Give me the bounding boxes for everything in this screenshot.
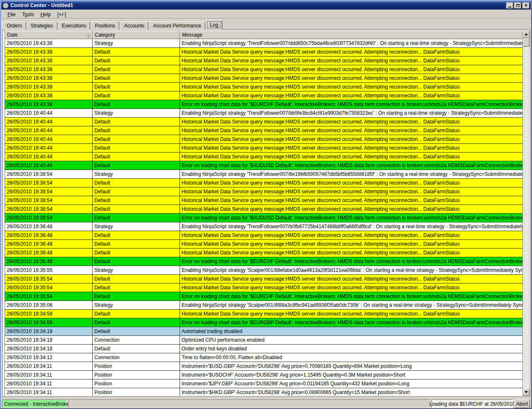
- table-row[interactable]: 26/05/2010 19:34:11PositionInstrument='$…: [5, 379, 522, 388]
- table-row[interactable]: 26/05/2010 19:40:44StrategyEnabling Ninj…: [5, 109, 522, 118]
- cell-date: 26/05/2010 19:36:48: [5, 231, 93, 239]
- cell-date: 26/05/2010 19:43:38: [5, 48, 93, 56]
- cell-message: Enabling NinjaScript strategy 'TrendFoll…: [180, 222, 522, 231]
- close-button[interactable]: ×: [522, 2, 530, 9]
- table-row[interactable]: 26/05/2010 19:34:18DefaultAutomated trad…: [5, 327, 522, 336]
- table-row[interactable]: 26/05/2010 19:40:44DefaultHistorical Mar…: [5, 153, 522, 161]
- table-row[interactable]: 26/05/2010 19:38:54DefaultError on loadi…: [5, 214, 522, 222]
- cell-category: Default: [93, 100, 180, 108]
- cell-category: Strategy: [93, 266, 180, 274]
- table-row[interactable]: 26/05/2010 19:35:06StrategyEnabling Ninj…: [5, 301, 522, 310]
- restore-icon: [516, 4, 520, 7]
- menu-bar: FileToolsHelp[+/-]: [2, 10, 530, 19]
- table-row[interactable]: 26/05/2010 19:34:11PositionInstrument='$…: [5, 371, 522, 379]
- column-header-date-label: Date: [7, 32, 17, 38]
- table-row[interactable]: 26/05/2010 19:43:38DefaultError on loadi…: [5, 100, 522, 109]
- table-row[interactable]: 26/05/2010 19:40:44DefaultHistorical Mar…: [5, 144, 522, 153]
- table-row[interactable]: 26/05/2010 19:34:11PositionInstrument='$…: [5, 388, 522, 396]
- tab-positions[interactable]: Positions: [91, 22, 119, 30]
- table-row[interactable]: 26/05/2010 19:40:44DefaultError on loadi…: [5, 161, 522, 170]
- table-row[interactable]: 26/05/2010 19:40:44DefaultHistorical Mar…: [5, 135, 522, 144]
- table-row[interactable]: 26/05/2010 19:40:44DefaultHistorical Mar…: [5, 126, 522, 135]
- cell-category: Strategy: [93, 109, 180, 117]
- column-header-message[interactable]: Message: [180, 31, 522, 39]
- table-row[interactable]: 26/05/2010 19:35:54DefaultHistorical Mar…: [5, 283, 522, 292]
- status-bar: Connected - InteractiveBrokers Loading d…: [2, 399, 530, 409]
- cell-date: 26/05/2010 19:43:38: [5, 83, 93, 91]
- table-row[interactable]: 26/05/2010 19:43:38DefaultHistorical Mar…: [5, 65, 522, 74]
- tab-accounts[interactable]: Accounts: [120, 22, 148, 30]
- cell-message: Historical Market Data Service query mes…: [180, 83, 522, 91]
- table-row[interactable]: 26/05/2010 19:43:38DefaultHistorical Mar…: [5, 91, 522, 100]
- cell-category: Default: [93, 205, 180, 213]
- table-row[interactable]: 26/05/2010 19:36:48DefaultHistorical Mar…: [5, 249, 522, 257]
- table-row[interactable]: 26/05/2010 19:43:38DefaultHistorical Mar…: [5, 74, 522, 83]
- window-title: Control Center - Untitled1: [10, 2, 505, 8]
- table-row[interactable]: 26/05/2010 19:35:55StrategyEnabling Ninj…: [5, 266, 522, 275]
- column-header-category[interactable]: Category: [93, 31, 180, 39]
- table-row[interactable]: 26/05/2010 19:38:54DefaultHistorical Mar…: [5, 187, 522, 196]
- table-row[interactable]: 26/05/2010 19:40:44DefaultHistorical Mar…: [5, 118, 522, 126]
- cell-date: 26/05/2010 19:43:38: [5, 57, 93, 65]
- cell-date: 26/05/2010 19:38:54: [5, 170, 93, 178]
- tab-strategies[interactable]: Strategies: [27, 22, 57, 30]
- table-row[interactable]: 26/05/2010 19:38:54DefaultHistorical Mar…: [5, 205, 522, 214]
- cell-message: Enabling NinjaScript strategy 'Scalper00…: [180, 266, 522, 274]
- title-bar[interactable]: Control Center - Untitled1 ×: [1, 1, 531, 10]
- tab-account-performance[interactable]: Account Performance: [149, 22, 205, 30]
- table-row[interactable]: 26/05/2010 19:36:48DefaultError on loadi…: [5, 257, 522, 266]
- restore-button[interactable]: [514, 2, 521, 9]
- table-row[interactable]: 26/05/2010 19:34:18ConnectionOptimized C…: [5, 336, 522, 345]
- scroll-down-button[interactable]: [523, 389, 530, 396]
- cell-category: Default: [93, 345, 180, 353]
- table-row[interactable]: 26/05/2010 19:38:54DefaultHistorical Mar…: [5, 179, 522, 187]
- minimize-button[interactable]: [506, 2, 513, 9]
- table-row[interactable]: 26/05/2010 19:35:54DefaultError on loadi…: [5, 292, 522, 301]
- cell-date: 26/05/2010 19:40:44: [5, 109, 93, 117]
- cell-category: Default: [93, 249, 180, 257]
- tab-executions[interactable]: Executions: [58, 22, 91, 30]
- table-row[interactable]: 26/05/2010 19:43:38StrategyEnabling Ninj…: [5, 39, 522, 48]
- table-row[interactable]: 26/05/2010 19:34:18DefaultOrder entry ho…: [5, 345, 522, 353]
- scroll-thumb[interactable]: [523, 38, 530, 47]
- cell-category: Default: [93, 161, 180, 170]
- table-row[interactable]: 26/05/2010 19:43:38DefaultHistorical Mar…: [5, 57, 522, 65]
- table-row[interactable]: 26/05/2010 19:38:54StrategyEnabling Ninj…: [5, 170, 522, 179]
- cell-message: Historical Market Data Service query mes…: [180, 231, 522, 239]
- cell-message: Time to flatten=00:00:00, Flatten all=Di…: [180, 353, 522, 362]
- cell-category: Connection: [93, 353, 180, 362]
- table-row[interactable]: 26/05/2010 19:34:58DefaultError on loadi…: [5, 318, 522, 327]
- cell-message: Order entry hot keys disabled: [180, 345, 522, 353]
- cell-category: Default: [93, 292, 180, 301]
- cell-date: 26/05/2010 19:34:18: [5, 336, 93, 344]
- minimize-icon: [508, 7, 511, 7]
- tab-orders[interactable]: Orders: [2, 22, 26, 30]
- table-row[interactable]: 26/05/2010 19:34:12ConnectionTime to fla…: [5, 353, 522, 362]
- menu-item-tools[interactable]: Tools: [19, 11, 37, 18]
- table-row[interactable]: 26/05/2010 19:36:48StrategyEnabling Ninj…: [5, 222, 522, 231]
- cell-date: 26/05/2010 19:40:44: [5, 144, 93, 152]
- cell-date: 26/05/2010 19:35:54: [5, 292, 93, 301]
- tab-log[interactable]: Log: [206, 20, 222, 30]
- cell-category: Default: [93, 65, 180, 74]
- table-row[interactable]: 26/05/2010 19:36:48DefaultHistorical Mar…: [5, 231, 522, 240]
- abort-button[interactable]: Abort: [514, 399, 530, 408]
- cell-date: 26/05/2010 19:34:11: [5, 388, 93, 396]
- table-row[interactable]: 26/05/2010 19:43:38DefaultHistorical Mar…: [5, 83, 522, 91]
- menu-item-file[interactable]: File: [4, 11, 19, 18]
- menu-item-help[interactable]: Help: [37, 11, 54, 18]
- scroll-up-button[interactable]: [523, 31, 530, 38]
- column-header-date[interactable]: Date ▽: [5, 31, 93, 39]
- table-row[interactable]: 26/05/2010 19:38:54DefaultHistorical Mar…: [5, 196, 522, 205]
- table-row[interactable]: 26/05/2010 19:34:11PositionInstrument='$…: [5, 362, 522, 371]
- vertical-scrollbar[interactable]: [522, 31, 530, 396]
- column-header-category-label: Category: [95, 32, 115, 38]
- table-row[interactable]: 26/05/2010 19:36:48DefaultHistorical Mar…: [5, 240, 522, 249]
- menu-item-plus-minus[interactable]: [+/-]: [54, 11, 69, 18]
- table-row[interactable]: 26/05/2010 19:43:38DefaultHistorical Mar…: [5, 48, 522, 57]
- cell-date: 26/05/2010 19:40:44: [5, 153, 93, 161]
- table-row[interactable]: 26/05/2010 19:35:54DefaultHistorical Mar…: [5, 275, 522, 283]
- cell-message: Instrument='$HKD.GBP' Account='DU58298' …: [180, 388, 522, 396]
- cell-message: Error on loading chart data for '$AUDUSD…: [180, 161, 522, 170]
- table-row[interactable]: 26/05/2010 19:34:58DefaultHistorical Mar…: [5, 310, 522, 318]
